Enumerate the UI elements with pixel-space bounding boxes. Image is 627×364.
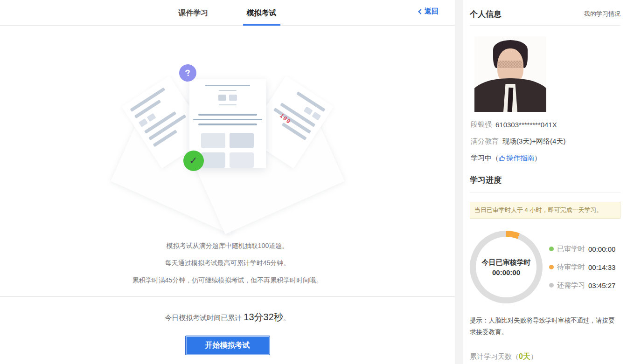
green-dot-icon xyxy=(549,247,554,251)
main-panel: 课件学习 模拟考试 返回 xyxy=(0,0,455,364)
exam-illustration: ? ✓ 100 xyxy=(139,39,316,184)
profile-photo xyxy=(474,36,546,112)
personal-info-sidebar: 个人信息 我的学习情况 段银强 610303********041X 满分教育 … xyxy=(463,0,627,364)
profile-info: 段银强 610303********041X 满分教育 现场(3天)+网络(4天… xyxy=(471,120,620,163)
operation-guide-link[interactable]: 操作指南 xyxy=(499,154,534,163)
tab-bar: 课件学习 模拟考试 xyxy=(0,0,455,26)
profile-status-row: 学习中 （ 操作指南 ） xyxy=(471,154,620,163)
progress-title: 学习进度 xyxy=(470,175,620,192)
sidebar-title: 个人信息 xyxy=(470,9,502,20)
edu-label: 满分教育 xyxy=(471,137,499,146)
paren-open: （ xyxy=(492,154,499,163)
timer-prefix: 今日模拟考试时间已累计 xyxy=(165,314,244,322)
daily-hours-notice: 当日已审学时大于 4 小时，即可完成一天学习。 xyxy=(470,202,620,219)
tab-mock-exam[interactable]: 模拟考试 xyxy=(243,0,280,26)
main-header: 课件学习 模拟考试 返回 xyxy=(0,0,455,26)
check-badge-icon: ✓ xyxy=(183,151,204,171)
legend-row-remaining: 还需学习 03:45:27 xyxy=(549,281,615,290)
chevron-left-icon xyxy=(418,9,423,14)
thumb-up-icon xyxy=(499,155,506,162)
rule-line: 每天通过模拟考试最高可累计学时45分钟。 xyxy=(0,254,455,272)
total-days-suffix: ） xyxy=(530,352,537,360)
rule-line: 模拟考试从满分题库中随机抽取100道题。 xyxy=(0,237,455,254)
orange-dot-icon xyxy=(549,265,554,269)
my-study-status-link[interactable]: 我的学习情况 xyxy=(584,10,620,18)
legend-row-pending: 待审学时 00:14:33 xyxy=(549,263,615,272)
tab-courseware[interactable]: 课件学习 xyxy=(175,0,212,26)
profile-edu-row: 满分教育 现场(3天)+网络(4天) xyxy=(471,137,620,146)
today-exam-timer: 今日模拟考试时间已累计 13分32秒。 xyxy=(0,311,455,323)
rule-line: 累积学时满45分钟，仍可继续模拟考试，但不再累积学时时间哦。 xyxy=(0,272,455,289)
progress-chart-area: 今日已审核学时 00:00:00 已审学时 00:00:00 待审学时 00:1… xyxy=(470,231,620,303)
study-hours-donut-chart: 今日已审核学时 00:00:00 xyxy=(470,231,543,303)
id-masked-value: 610303********041X xyxy=(495,121,557,129)
timer-value: 13分32秒 xyxy=(244,312,283,322)
face-check-tip: 提示：人脸比对失败将导致学时审核不通过，请按要求接受教育。 xyxy=(470,315,620,338)
sidebar-header: 个人信息 我的学习情况 xyxy=(470,0,620,26)
start-button-row: 开始模拟考试 xyxy=(0,336,455,355)
donut-center-value: 00:00:00 xyxy=(492,268,520,276)
total-days-value: 0天 xyxy=(519,352,530,360)
donut-center-label: 今日已审核学时 xyxy=(482,258,531,267)
total-study-days: 累计学习天数（0天） xyxy=(470,352,620,362)
gray-dot-icon xyxy=(549,283,554,288)
legend-row-approved: 已审学时 00:00:00 xyxy=(549,245,615,254)
donut-legend: 已审学时 00:00:00 待审学时 00:14:33 还需学习 03:45:2… xyxy=(549,245,615,290)
back-label: 返回 xyxy=(425,7,439,16)
total-days-label: 累计学习天数（ xyxy=(470,352,519,360)
back-button[interactable]: 返回 xyxy=(419,7,439,16)
status-value: 学习中 xyxy=(471,154,492,163)
timer-suffix: 。 xyxy=(283,314,290,322)
start-mock-exam-button[interactable]: 开始模拟考试 xyxy=(185,336,270,355)
name-label: 段银强 xyxy=(471,120,492,129)
rules-list: 模拟考试从满分题库中随机抽取100道题。 每天通过模拟考试最高可累计学时45分钟… xyxy=(0,237,455,289)
paren-close: ） xyxy=(534,154,541,163)
guide-link-label: 操作指南 xyxy=(506,154,534,163)
section-divider xyxy=(0,296,455,297)
edu-value: 现场(3天)+网络(4天) xyxy=(502,137,565,146)
app-root: 课件学习 模拟考试 返回 xyxy=(0,0,627,364)
profile-name-row: 段银强 610303********041X xyxy=(471,120,620,129)
panel-gap-divider xyxy=(455,0,463,364)
